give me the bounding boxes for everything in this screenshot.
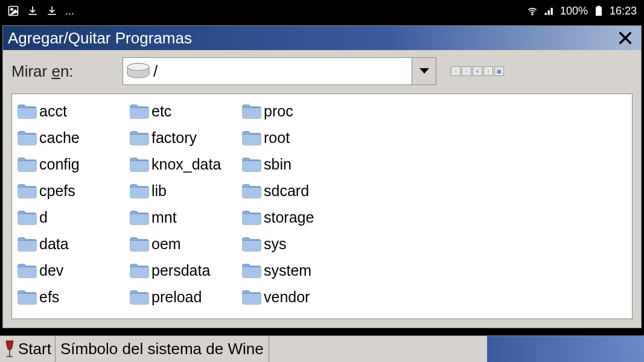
dropdown-arrow-button[interactable] bbox=[412, 58, 436, 84]
view-details-button[interactable]: ⋮ bbox=[483, 66, 493, 76]
folder-item[interactable]: sbin bbox=[241, 151, 354, 177]
wine-icon bbox=[4, 340, 16, 359]
folder-item[interactable]: sdcard bbox=[241, 177, 354, 204]
folder-item[interactable]: acct bbox=[17, 98, 129, 124]
folder-item[interactable]: cache bbox=[17, 124, 129, 151]
folder-label: vendor bbox=[264, 288, 310, 306]
folder-icon bbox=[17, 262, 37, 279]
folder-item[interactable]: etc bbox=[129, 98, 241, 124]
folder-item[interactable]: oem bbox=[129, 230, 241, 257]
clock: 16:23 bbox=[610, 5, 637, 17]
folder-label: cache bbox=[39, 129, 80, 147]
folder-item[interactable]: system bbox=[241, 257, 354, 284]
folder-label: preload bbox=[151, 288, 202, 306]
folder-item[interactable]: persdata bbox=[129, 257, 241, 284]
svg-point-6 bbox=[127, 63, 149, 71]
folder-item[interactable]: cpefs bbox=[17, 177, 129, 204]
android-status-bar: ... 100% 16:23 bbox=[0, 0, 644, 22]
folder-item[interactable]: knox_data bbox=[129, 151, 241, 177]
folder-item[interactable]: efs bbox=[17, 284, 129, 310]
folder-icon bbox=[241, 209, 262, 226]
titlebar[interactable]: Agregar/Quitar Programas bbox=[3, 26, 641, 50]
lookin-row: Mirar en: / ↑ ▫ ≡ ⋮ ▦ bbox=[3, 50, 641, 94]
folder-icon bbox=[17, 182, 37, 199]
folder-item[interactable]: config bbox=[17, 151, 129, 177]
folder-item[interactable]: lib bbox=[129, 177, 241, 204]
path-text: / bbox=[153, 62, 412, 81]
folder-label: cpefs bbox=[39, 182, 75, 200]
close-button[interactable] bbox=[614, 27, 636, 49]
folder-item[interactable]: dev bbox=[17, 257, 129, 284]
path-combobox[interactable]: / bbox=[123, 57, 436, 85]
folder-item[interactable]: root bbox=[241, 124, 354, 151]
folder-label: acct bbox=[39, 103, 67, 120]
folder-item[interactable]: sys bbox=[241, 230, 354, 257]
folder-icon bbox=[129, 156, 150, 173]
folder-label: knox_data bbox=[151, 156, 221, 173]
folder-item[interactable]: proc bbox=[241, 98, 354, 124]
up-folder-button[interactable]: ↑ bbox=[451, 66, 461, 76]
folder-icon bbox=[241, 103, 262, 119]
svg-point-1 bbox=[11, 8, 13, 10]
folder-label: mnt bbox=[151, 209, 177, 226]
svg-rect-4 bbox=[597, 6, 600, 7]
folder-label: factory bbox=[151, 129, 197, 147]
folder-icon bbox=[17, 235, 37, 252]
folder-label: d bbox=[39, 209, 48, 226]
folder-label: data bbox=[39, 235, 69, 253]
folder-label: efs bbox=[39, 288, 59, 306]
drive-icon bbox=[126, 62, 151, 80]
signal-icon bbox=[543, 5, 555, 17]
chevron-down-icon bbox=[419, 68, 430, 75]
taskbar-active-highlight bbox=[487, 336, 644, 362]
folder-item[interactable]: factory bbox=[129, 124, 241, 151]
folder-label: persdata bbox=[151, 262, 210, 279]
folder-item[interactable]: d bbox=[17, 204, 129, 230]
folder-icon bbox=[241, 262, 262, 279]
svg-point-2 bbox=[532, 14, 533, 15]
folder-icon bbox=[129, 129, 150, 146]
folder-item[interactable]: data bbox=[17, 230, 129, 257]
folder-label: config bbox=[39, 156, 80, 173]
folder-label: proc bbox=[264, 103, 293, 120]
new-folder-button[interactable]: ▫ bbox=[462, 66, 471, 76]
battery-icon bbox=[593, 5, 605, 17]
folder-item[interactable]: vendor bbox=[241, 284, 354, 310]
lookin-label: Mirar en: bbox=[11, 62, 114, 81]
folder-icon bbox=[129, 182, 150, 199]
image-icon bbox=[7, 5, 19, 17]
folder-label: sdcard bbox=[264, 182, 309, 200]
folder-icon bbox=[129, 262, 150, 279]
file-list: acctcacheconfigcpefsddatadevefsetcfactor… bbox=[11, 94, 633, 319]
task-label: Símbolo del sistema de Wine bbox=[60, 340, 264, 358]
status-ellipsis: ... bbox=[65, 5, 74, 17]
taskbar-item-wine-cmd[interactable]: Símbolo del sistema de Wine bbox=[56, 336, 269, 362]
close-icon bbox=[617, 30, 634, 46]
folder-item[interactable]: storage bbox=[241, 204, 354, 230]
folder-label: root bbox=[264, 129, 290, 147]
taskbar-spacer bbox=[269, 336, 487, 362]
folder-item[interactable]: mnt bbox=[129, 204, 241, 230]
folder-label: storage bbox=[264, 209, 314, 226]
folder-label: etc bbox=[151, 103, 171, 120]
folder-icon bbox=[129, 103, 150, 119]
folder-label: lib bbox=[151, 182, 167, 200]
start-button[interactable]: Start bbox=[0, 336, 56, 362]
svg-rect-3 bbox=[596, 7, 602, 16]
folder-icon bbox=[241, 156, 262, 173]
download-icon bbox=[46, 5, 58, 17]
wifi-icon bbox=[526, 5, 538, 17]
folder-icon bbox=[17, 156, 37, 173]
folder-label: sbin bbox=[264, 156, 292, 173]
folder-item[interactable]: preload bbox=[129, 284, 241, 310]
start-label: Start bbox=[18, 340, 51, 358]
dialog-window: Agregar/Quitar Programas Mirar en: / ↑ ▫… bbox=[2, 25, 642, 328]
folder-label: dev bbox=[39, 262, 63, 279]
folder-label: oem bbox=[151, 235, 181, 253]
folder-icon bbox=[129, 209, 150, 226]
folder-icon bbox=[17, 129, 37, 146]
folder-icon bbox=[241, 129, 262, 146]
view-list-button[interactable]: ≡ bbox=[473, 66, 482, 76]
view-icons-button[interactable]: ▦ bbox=[494, 66, 504, 76]
folder-icon bbox=[129, 288, 150, 305]
